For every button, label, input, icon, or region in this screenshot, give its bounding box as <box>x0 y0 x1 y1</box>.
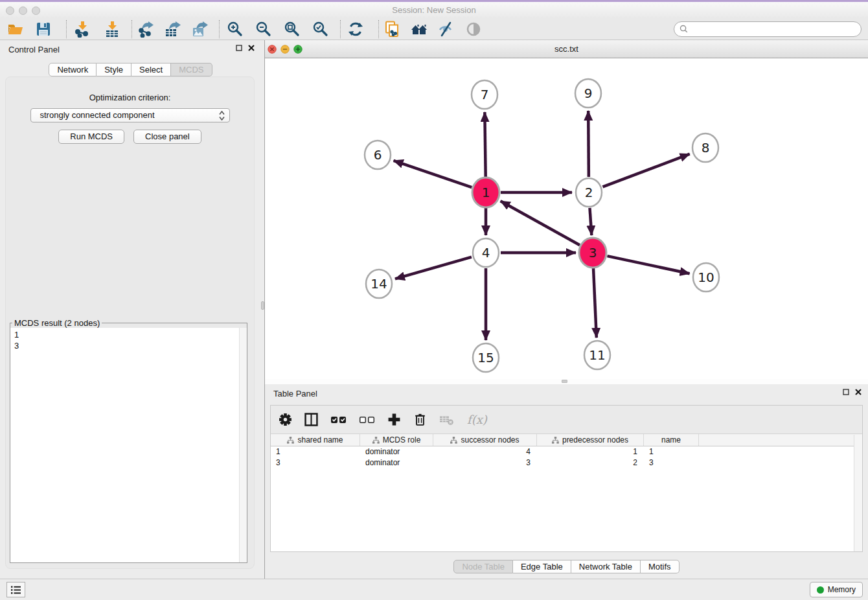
run-mcds-button[interactable]: Run MCDS <box>58 130 124 144</box>
table-cell[interactable]: dominator <box>360 457 433 468</box>
splitter-grip[interactable] <box>261 301 264 310</box>
criterion-dropdown[interactable]: strongly connected component <box>30 108 230 122</box>
network-graph[interactable]: 1234678910111415 <box>265 58 867 379</box>
zoom-selected-icon[interactable] <box>312 21 328 38</box>
float-panel-icon[interactable] <box>843 389 849 395</box>
edge-3-1[interactable] <box>501 201 580 245</box>
tab-motifs[interactable]: Motifs <box>641 560 680 573</box>
column-header-shared-name[interactable]: shared name <box>271 434 360 446</box>
node-15[interactable]: 15 <box>473 343 499 372</box>
table-cell[interactable]: dominator <box>360 446 433 457</box>
refresh-icon[interactable] <box>347 21 364 38</box>
column-header-predecessor-nodes[interactable]: predecessor nodes <box>537 434 644 446</box>
result-scrollbar[interactable] <box>239 328 247 562</box>
main-toolbar <box>0 18 868 40</box>
hide-details-icon[interactable] <box>437 21 454 38</box>
open-session-icon[interactable] <box>7 21 24 38</box>
tab-network[interactable]: Network <box>49 63 97 76</box>
close-panel-button[interactable]: Close panel <box>133 130 201 144</box>
node-8[interactable]: 8 <box>692 133 718 162</box>
tab-mcds[interactable]: MCDS <box>171 63 212 76</box>
search-input[interactable] <box>688 24 861 34</box>
tab-edge-table[interactable]: Edge Table <box>513 560 571 573</box>
table-cell[interactable]: 3 <box>271 457 360 468</box>
node-11[interactable]: 11 <box>584 341 610 369</box>
edge-1-6[interactable] <box>394 161 472 187</box>
node-7[interactable]: 7 <box>472 80 497 109</box>
node-6[interactable]: 6 <box>365 141 391 169</box>
network-canvas[interactable]: 1234678910111415 <box>265 58 867 379</box>
table-row[interactable]: 3dominator323 <box>271 457 862 468</box>
tab-select[interactable]: Select <box>131 63 171 76</box>
minimize-view-icon[interactable] <box>280 45 290 54</box>
settings-icon[interactable] <box>279 413 292 426</box>
minimize-window-icon[interactable] <box>19 6 27 15</box>
column-header-successor-nodes[interactable]: successor nodes <box>433 434 537 446</box>
edge-3-10[interactable] <box>607 256 689 273</box>
edge-2-9[interactable] <box>588 111 589 177</box>
tab-network-table[interactable]: Network Table <box>571 560 641 573</box>
edge-1-7[interactable] <box>485 112 485 177</box>
table-cell[interactable]: 3 <box>644 457 699 468</box>
edge-2-3[interactable] <box>589 208 591 235</box>
maximize-view-icon[interactable] <box>293 45 303 54</box>
add-column-icon[interactable] <box>387 413 401 426</box>
save-session-icon[interactable] <box>35 21 52 38</box>
zoom-in-icon[interactable] <box>226 21 243 38</box>
delete-table-icon[interactable] <box>439 413 455 426</box>
split-view-icon[interactable] <box>304 413 318 426</box>
edge-3-11[interactable] <box>593 268 597 338</box>
node-10[interactable]: 10 <box>693 263 719 292</box>
tab-style[interactable]: Style <box>97 63 131 76</box>
node-1[interactable]: 1 <box>472 178 499 207</box>
namespace-icon <box>287 437 294 444</box>
zoom-window-icon[interactable] <box>32 6 40 15</box>
table-cell[interactable]: 1 <box>537 446 644 457</box>
node-2[interactable]: 2 <box>576 178 602 207</box>
table-cell[interactable]: 4 <box>433 446 537 457</box>
import-network-icon[interactable] <box>74 21 91 38</box>
task-history-button[interactable] <box>6 582 25 597</box>
export-network-icon[interactable] <box>137 21 154 38</box>
node-3[interactable]: 3 <box>579 238 606 268</box>
delete-column-icon[interactable] <box>413 413 427 426</box>
svg-text:6: 6 <box>374 147 382 163</box>
mcds-result-box[interactable]: 13 <box>10 328 247 562</box>
deselect-all-checkboxes-icon[interactable] <box>359 413 375 426</box>
close-view-icon[interactable] <box>268 45 277 54</box>
table-row[interactable]: 1dominator411 <box>271 446 862 457</box>
edge-2-8[interactable] <box>602 154 689 187</box>
zoom-out-icon[interactable] <box>255 21 271 38</box>
column-header-name[interactable]: name <box>644 434 699 446</box>
home-icon[interactable] <box>411 21 428 38</box>
table-cell[interactable]: 3 <box>433 457 537 468</box>
export-image-icon[interactable] <box>192 21 209 38</box>
search-box[interactable] <box>674 21 862 37</box>
node-4[interactable]: 4 <box>473 238 499 267</box>
table-cell[interactable]: 1 <box>644 446 699 457</box>
export-table-icon[interactable] <box>165 21 181 38</box>
float-panel-icon[interactable] <box>236 45 242 51</box>
table-cell[interactable]: 1 <box>271 446 360 457</box>
traffic-lights[interactable] <box>6 6 45 17</box>
network-window-titlebar[interactable]: scc.txt <box>265 40 868 58</box>
tab-node-table[interactable]: Node Table <box>453 560 513 573</box>
zoom-fit-icon[interactable] <box>283 21 300 38</box>
mcds-result-fieldset: MCDS result (2 nodes) 13 <box>10 318 247 563</box>
namespace-icon <box>552 437 559 444</box>
duplicate-view-icon[interactable] <box>384 21 401 38</box>
node-14[interactable]: 14 <box>366 270 392 298</box>
select-all-checkboxes-icon[interactable] <box>330 413 347 426</box>
horizontal-splitter-grip[interactable] <box>562 380 567 383</box>
view-visibility-icon[interactable] <box>465 21 482 38</box>
column-header-mcds-role[interactable]: MCDS role <box>360 434 433 446</box>
table-scrollbar[interactable] <box>854 435 862 551</box>
import-table-icon[interactable] <box>104 21 120 38</box>
close-panel-icon[interactable] <box>855 389 862 395</box>
close-panel-icon[interactable] <box>248 45 255 51</box>
edge-4-14[interactable] <box>395 257 472 279</box>
node-9[interactable]: 9 <box>575 79 601 108</box>
memory-button[interactable]: Memory <box>810 582 863 597</box>
table-cell[interactable]: 2 <box>537 457 644 468</box>
close-window-icon[interactable] <box>6 6 14 15</box>
